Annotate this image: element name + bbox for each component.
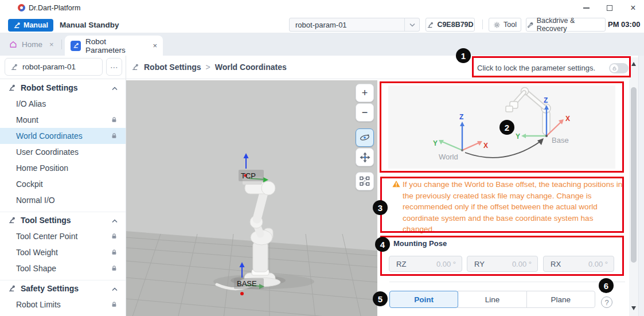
tab-point[interactable]: Point xyxy=(389,291,458,308)
clock-label: PM 03:00 xyxy=(608,20,640,29)
sidebar-param-name[interactable]: robot-param-01 xyxy=(5,58,103,76)
sidebar-section-safety-settings[interactable]: Safety Settings xyxy=(0,280,126,297)
tab-home[interactable]: Home × xyxy=(6,36,61,53)
lock-icon xyxy=(111,249,118,256)
sidebar-item-home-position[interactable]: Home Position xyxy=(0,160,126,176)
zoom-out-button[interactable]: − xyxy=(356,103,374,122)
manual-mode-button[interactable]: Manual xyxy=(8,19,53,32)
toolbar-separator xyxy=(482,19,483,29)
scroll-down-button[interactable] xyxy=(629,303,638,313)
robot-id-badge[interactable]: C9E8B79D xyxy=(426,18,475,32)
robot-parameters-icon xyxy=(71,41,81,51)
breadcrumb-parent[interactable]: Robot Settings xyxy=(144,63,201,72)
pan-button[interactable] xyxy=(356,148,374,166)
robot-arm-icon xyxy=(10,63,18,71)
maximize-icon xyxy=(607,5,612,11)
robot-arm-icon xyxy=(131,63,139,71)
sidebar-section-robot-settings[interactable]: Robot Settings xyxy=(0,80,126,96)
tab-line[interactable]: Line xyxy=(458,291,526,308)
backdrive-recovery-button[interactable]: Backdrive & Recovery xyxy=(526,18,606,32)
tcp-label: TCP xyxy=(241,171,256,180)
mounting-pose-rx-field[interactable]: RX 0.00 ° xyxy=(543,256,614,272)
robot-arm-icon xyxy=(13,22,21,29)
measure-button[interactable] xyxy=(356,172,374,190)
chevron-down-icon xyxy=(404,18,419,31)
breadcrumb-separator: > xyxy=(206,63,210,72)
teach-method-tabs: Point Line Plane xyxy=(389,291,595,308)
base-label: Base xyxy=(552,136,569,145)
unlock-icon xyxy=(610,64,618,72)
minimize-button[interactable] xyxy=(575,0,597,15)
world-base-diagram: Z X Y World X Y Z Base xyxy=(381,83,622,171)
app-window: Dr.Dart-Platform × Manual Manual Standby… xyxy=(0,0,644,316)
tool-button[interactable]: Tool xyxy=(489,18,521,32)
lock-icon xyxy=(111,233,118,240)
svg-text:Z: Z xyxy=(544,96,548,104)
chevron-up-icon xyxy=(112,284,118,293)
svg-text:Z: Z xyxy=(459,113,463,121)
tab-robot-parameters[interactable]: Robot Parameters × xyxy=(65,36,163,56)
robot-lock-icon xyxy=(427,21,434,29)
header-divider xyxy=(0,79,644,79)
tab-close-icon[interactable]: × xyxy=(49,40,54,49)
wrench-icon xyxy=(526,21,534,29)
lock-icon xyxy=(111,301,118,308)
measure-icon xyxy=(360,176,370,186)
svg-text:X: X xyxy=(483,142,488,150)
sidebar-item-tool-center-point[interactable]: Tool Center Point xyxy=(0,228,126,244)
sidebar-item-tool-weight[interactable]: Tool Weight xyxy=(0,244,126,260)
arrow-up-icon xyxy=(631,62,636,66)
chevron-up-icon xyxy=(112,216,118,225)
lock-parameters-toggle[interactable] xyxy=(609,63,629,73)
lock-icon xyxy=(111,116,118,123)
help-button[interactable]: ? xyxy=(601,297,612,308)
scrollbar-thumb[interactable] xyxy=(631,87,637,263)
parameter-dropdown-value: robot-param-01 xyxy=(290,21,404,29)
svg-text:Y: Y xyxy=(433,139,438,147)
zoom-in-button[interactable]: + xyxy=(356,84,374,102)
mounting-pose-rz-field[interactable]: RZ 0.00 ° xyxy=(389,256,462,272)
tab-plane[interactable]: Plane xyxy=(526,291,595,308)
robot-arm-icon xyxy=(8,284,16,292)
sidebar-nav: Robot Settings I/O Alias Mount World Coo… xyxy=(0,80,126,313)
app-logo-icon xyxy=(18,4,25,11)
maximize-button[interactable] xyxy=(599,0,620,15)
parameter-dropdown[interactable]: robot-param-01 xyxy=(289,18,420,32)
world-offset-warning: If you change the World to Base offset, … xyxy=(403,179,623,235)
orbit-rotate-button[interactable] xyxy=(356,128,374,147)
scroll-up-button[interactable] xyxy=(629,58,638,69)
titlebar: Dr.Dart-Platform × xyxy=(0,0,644,15)
tab-separator xyxy=(61,40,62,49)
sidebar-item-tool-shape[interactable]: Tool Shape xyxy=(0,260,126,276)
sidebar-item-world-coordinates[interactable]: World Coordinates xyxy=(0,128,126,144)
svg-text:X: X xyxy=(565,115,570,123)
base-label: BASE xyxy=(237,279,257,288)
tab-close-icon[interactable]: × xyxy=(153,41,157,50)
lock-parameters-label: Click to lock the parameter settings. xyxy=(453,64,595,72)
orbit-icon xyxy=(359,132,370,143)
sidebar-item-robot-limits[interactable]: Robot Limits xyxy=(0,297,126,313)
close-button[interactable]: × xyxy=(622,0,644,15)
sidebar-item-user-coordinates[interactable]: User Coordinates xyxy=(0,144,126,160)
lock-icon xyxy=(111,132,118,139)
sidebar-item-normal-io[interactable]: Normal I/O xyxy=(0,192,126,208)
pan-icon xyxy=(360,152,370,163)
robot-arm-icon xyxy=(8,84,16,92)
sidebar-section-tool-settings[interactable]: Tool Settings xyxy=(0,212,126,228)
sidebar-item-cockpit[interactable]: Cockpit xyxy=(0,176,126,192)
section-divider xyxy=(389,282,625,282)
robot-status-label: Manual Standby xyxy=(60,21,119,29)
window-edge xyxy=(638,56,644,316)
arrow-down-icon xyxy=(631,306,636,310)
minimize-icon xyxy=(583,7,590,9)
lock-icon xyxy=(111,265,118,272)
sidebar-item-mount[interactable]: Mount xyxy=(0,112,126,128)
app-title: Dr.Dart-Platform xyxy=(29,4,80,12)
sidebar-more-button[interactable]: ⋯ xyxy=(106,58,122,76)
gear-icon xyxy=(493,21,501,29)
3d-viewport[interactable]: TCP BASE xyxy=(126,80,377,316)
home-icon xyxy=(9,41,17,48)
mounting-pose-ry-field[interactable]: RY 0.00 ° xyxy=(467,256,538,272)
svg-text:Y: Y xyxy=(516,132,520,141)
sidebar-item-io-alias[interactable]: I/O Alias xyxy=(0,96,126,112)
